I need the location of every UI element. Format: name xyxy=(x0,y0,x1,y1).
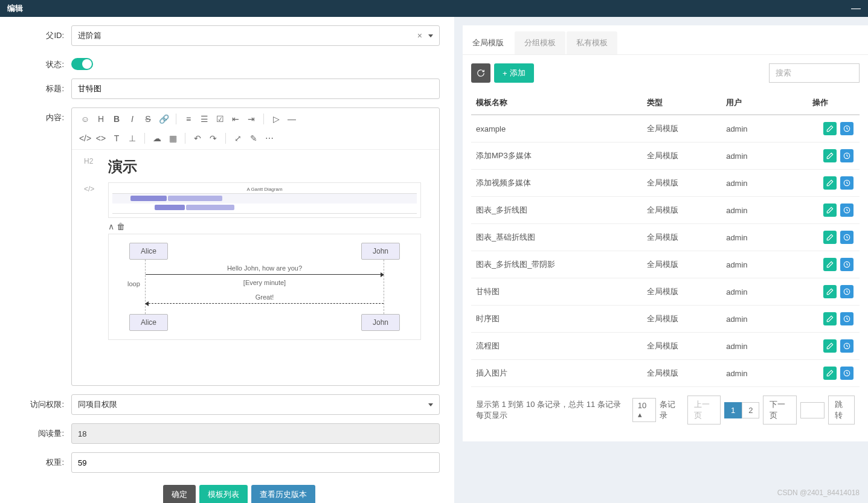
clear-icon[interactable]: × xyxy=(415,31,425,40)
undo-icon[interactable]: ↶ xyxy=(190,131,205,146)
chevron-down-icon[interactable] xyxy=(428,403,433,406)
refresh-button[interactable] xyxy=(471,63,490,83)
row-sync-button[interactable] xyxy=(840,176,854,190)
tab-0[interactable]: 全局模版 xyxy=(463,31,513,54)
tab-2[interactable]: 私有模板 xyxy=(567,31,617,54)
minimize-button[interactable]: — xyxy=(851,3,861,14)
editor-content[interactable]: H2 演示 </> A Gantt Diagram Section Anothe… xyxy=(72,150,439,385)
pagesize-select[interactable]: 10 ▴ xyxy=(632,398,656,422)
row-edit-button[interactable] xyxy=(823,367,837,380)
redo-icon[interactable]: ↷ xyxy=(206,131,220,146)
heading-icon[interactable]: H xyxy=(94,112,108,126)
strike-icon[interactable]: S xyxy=(141,112,155,126)
table-row: 流程图 全局模版 admin xyxy=(471,333,860,360)
row-sync-button[interactable] xyxy=(840,203,854,217)
seq-msg-1: Hello John, how are you? xyxy=(146,264,384,272)
add-button[interactable]: + 添加 xyxy=(494,63,534,83)
pager: 显示第 1 到第 10 条记录，总共 11 条记录 每页显示 10 ▴ 条记录 … xyxy=(471,387,860,433)
parent-id-select[interactable]: 进阶篇 × xyxy=(71,25,440,46)
col-op: 操作 xyxy=(781,91,860,115)
row-sync-button[interactable] xyxy=(840,231,854,244)
link-icon[interactable]: 🔗 xyxy=(156,112,171,126)
footer-buttons: 确定 模板列表 查看历史版本 xyxy=(163,485,440,503)
indent-icon[interactable]: ⇥ xyxy=(244,112,259,126)
row-edit-button[interactable] xyxy=(823,149,837,162)
row-sync-button[interactable] xyxy=(840,122,854,135)
emoji-icon[interactable]: ☺ xyxy=(78,112,92,126)
block-controls: ∧ 🗑 xyxy=(108,222,421,231)
actor-john-bottom: John xyxy=(361,314,400,331)
row-edit-button[interactable] xyxy=(823,339,837,353)
align-icon[interactable]: ▷ xyxy=(269,112,283,126)
table-row: 添加MP3多媒体 全局模版 admin xyxy=(471,143,860,170)
task-icon[interactable]: ☑ xyxy=(213,112,227,126)
row-sync-button[interactable] xyxy=(840,285,854,298)
col-user[interactable]: 用户 xyxy=(721,91,781,115)
page-1[interactable]: 1 xyxy=(724,402,742,418)
tab-1[interactable]: 分组模板 xyxy=(515,31,565,54)
page-jump-input[interactable] xyxy=(800,402,825,418)
code-marker: </> xyxy=(84,185,94,193)
fullscreen-icon[interactable]: ⤢ xyxy=(231,131,245,146)
chevron-down-icon[interactable] xyxy=(428,34,433,37)
table-row: 插入图片 全局模版 admin xyxy=(471,360,860,387)
code-icon[interactable]: </> xyxy=(78,131,92,146)
text-icon[interactable]: T xyxy=(109,131,124,146)
search-input[interactable]: 搜索 xyxy=(769,63,860,83)
table-row: 时序图 全局模版 admin xyxy=(471,306,860,333)
left-panel: 父ID: 进阶篇 × 状态: 标题: xyxy=(0,17,454,503)
more-icon[interactable]: ⋯ xyxy=(262,131,277,146)
history-button[interactable]: 查看历史版本 xyxy=(251,485,315,503)
access-select[interactable]: 同项目权限 xyxy=(71,394,440,415)
delete-block-icon[interactable]: 🗑 xyxy=(117,222,125,231)
prev-page[interactable]: 上一页 xyxy=(687,396,721,425)
title-input-wrap[interactable] xyxy=(71,78,440,99)
bold-icon[interactable]: B xyxy=(109,112,124,126)
row-sync-button[interactable] xyxy=(840,339,854,353)
loop-label: loop xyxy=(126,280,141,287)
template-table: 模板名称 类型 用户 操作 example 全局模版 admin 添加MP3多媒… xyxy=(471,91,860,387)
move-up-icon[interactable]: ∧ xyxy=(108,222,114,231)
status-toggle[interactable] xyxy=(71,58,93,70)
row-edit-button[interactable] xyxy=(823,258,837,271)
row-sync-button[interactable] xyxy=(840,312,854,325)
table-icon[interactable]: ▦ xyxy=(166,131,180,146)
codeblock-icon[interactable]: <> xyxy=(94,131,108,146)
ol-icon[interactable]: ≡ xyxy=(181,112,196,126)
label-parentid: 父ID: xyxy=(18,25,71,41)
underline-icon[interactable]: ⊥ xyxy=(125,131,140,146)
title-input[interactable] xyxy=(78,85,433,94)
next-page[interactable]: 下一页 xyxy=(763,396,796,425)
edit-icon[interactable]: ✎ xyxy=(246,131,261,146)
row-edit-button[interactable] xyxy=(823,285,837,298)
page-2[interactable]: 2 xyxy=(742,402,759,418)
row-edit-button[interactable] xyxy=(823,176,837,190)
row-sync-button[interactable] xyxy=(840,258,854,271)
row-edit-button[interactable] xyxy=(823,312,837,325)
actor-alice-top: Alice xyxy=(129,243,168,260)
weight-input-wrap[interactable] xyxy=(71,452,440,473)
col-type[interactable]: 类型 xyxy=(642,91,721,115)
titlebar: 编辑 — xyxy=(0,0,868,17)
row-sync-button[interactable] xyxy=(840,149,854,162)
cloud-icon[interactable]: ☁ xyxy=(150,131,164,146)
row-edit-button[interactable] xyxy=(823,122,837,135)
row-edit-button[interactable] xyxy=(823,231,837,244)
table-row: 图表_基础折线图 全局模版 admin xyxy=(471,224,860,251)
sequence-diagram: Alice John Hello John, how are you? loop… xyxy=(108,234,421,340)
weight-input[interactable] xyxy=(78,458,433,467)
ok-button[interactable]: 确定 xyxy=(163,485,196,503)
col-name[interactable]: 模板名称 xyxy=(471,91,642,115)
jump-button[interactable]: 跳转 xyxy=(828,396,855,425)
table-row: 甘特图 全局模版 admin xyxy=(471,278,860,306)
label-weight: 权重: xyxy=(18,452,71,468)
template-list-button[interactable]: 模板列表 xyxy=(199,485,248,503)
row-edit-button[interactable] xyxy=(823,203,837,217)
label-access: 访问权限: xyxy=(18,394,71,410)
table-row: 添加视频多媒体 全局模版 admin xyxy=(471,170,860,197)
italic-icon[interactable]: I xyxy=(125,112,140,126)
row-sync-button[interactable] xyxy=(840,367,854,380)
hr-icon[interactable]: — xyxy=(285,112,299,126)
ul-icon[interactable]: ☰ xyxy=(197,112,211,126)
outdent-icon[interactable]: ⇤ xyxy=(228,112,243,126)
